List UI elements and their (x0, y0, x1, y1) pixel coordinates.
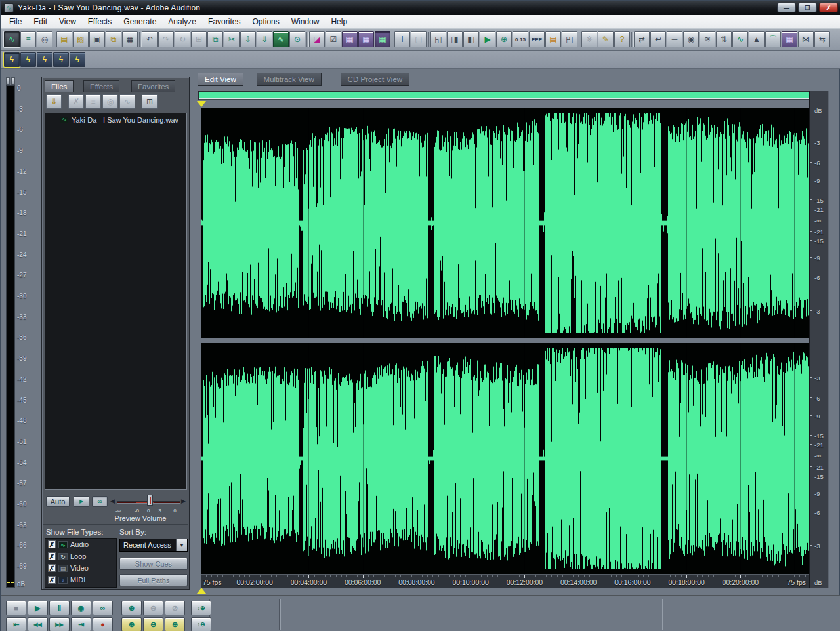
cut-button[interactable]: ✂ (224, 31, 240, 47)
zoom-out-vertical-button[interactable]: ↕⊖ (191, 617, 211, 631)
volume-decrease-arrow[interactable]: ◀ (110, 498, 115, 504)
organizer-window-button[interactable]: ◱ (430, 31, 446, 47)
convert-sample-rate-button[interactable]: ⇄ (634, 31, 650, 47)
preview-loop-button[interactable]: ∞ (92, 496, 108, 507)
record-button[interactable]: ● (93, 617, 113, 631)
menu-window[interactable]: Window (285, 16, 326, 28)
checkbox-audio[interactable]: ✗ (48, 540, 56, 548)
menu-file[interactable]: File (3, 16, 28, 28)
full-paths-button[interactable]: Full Paths (119, 574, 188, 586)
save-as-button[interactable]: ⧉ (106, 31, 121, 47)
cue-details-button[interactable]: ◧ (463, 31, 479, 47)
redo-button[interactable]: ↷ (158, 31, 174, 47)
panel-options-button[interactable]: ⊞ (142, 94, 158, 109)
pause-button[interactable]: Ⅱ (49, 601, 70, 615)
tab-cd-project-view[interactable]: CD Project View (341, 73, 410, 86)
session-info-button[interactable]: ◰ (562, 31, 578, 47)
preview-play-button[interactable]: ▶ (74, 496, 89, 507)
save-selection-button[interactable]: ▦ (122, 31, 138, 47)
level-meter[interactable] (6, 85, 15, 588)
minimize-button[interactable]: — (777, 3, 796, 12)
cd-project-button[interactable]: ◎ (37, 31, 52, 47)
file-info-button[interactable]: ◨ (447, 31, 463, 47)
menu-analyze[interactable]: Analyze (162, 16, 202, 28)
swap-channels-button[interactable]: ⇆ (814, 31, 830, 47)
snapping-button[interactable]: ⊞ (191, 31, 207, 47)
reverb-button[interactable]: ≋ (700, 31, 715, 47)
close-file-button[interactable]: ✗ (68, 94, 84, 109)
stop-button[interactable]: ■ (6, 601, 26, 615)
menu-edit[interactable]: Edit (28, 16, 53, 28)
preview-volume-thumb[interactable] (147, 495, 153, 506)
go-to-start-button[interactable]: ⇤ (6, 617, 26, 631)
cue-list-button[interactable]: EEE (529, 31, 545, 47)
import-file-button[interactable]: ⇓ (46, 94, 62, 109)
help-button[interactable]: ? (614, 31, 630, 47)
favorite-button-3[interactable]: ϟ (37, 52, 52, 67)
menu-view[interactable]: View (53, 16, 82, 28)
zoom-selection-left-button[interactable]: ⊖ (143, 617, 163, 631)
checkbox-loop[interactable]: ✗ (48, 552, 56, 560)
menu-options[interactable]: Options (246, 16, 285, 28)
favorite-button-1[interactable]: ϟ (4, 52, 20, 67)
batch-process-button[interactable]: ☑ (326, 31, 341, 47)
paste-button[interactable]: ⇩ (240, 31, 256, 47)
go-to-end-button[interactable]: ⇥ (71, 617, 91, 631)
playhead-marker-top[interactable] (197, 101, 206, 107)
panel-tab-effects[interactable]: Effects (83, 80, 119, 92)
time-window-button[interactable]: 0:15 (513, 31, 528, 47)
save-file-button[interactable]: ▣ (89, 31, 105, 47)
show-cues-button[interactable]: Show Cues (119, 558, 188, 570)
fast-forward-button[interactable]: ▶▶ (49, 617, 70, 631)
menu-effects[interactable]: Effects (82, 16, 117, 28)
undo-button[interactable]: ↶ (142, 31, 158, 47)
insert-to-multitrack-button[interactable]: ≡ (85, 94, 101, 109)
panel-tab-favorites[interactable]: Favorites (131, 80, 175, 92)
copy-button[interactable]: ⧉ (207, 31, 223, 47)
checkbox-midi[interactable]: ✗ (48, 576, 56, 584)
zoom-to-selection-button[interactable]: ⊕ (121, 617, 142, 631)
convert-sample-type-button[interactable]: ∿ (273, 31, 289, 47)
adjust-selection-button[interactable]: ⊙ (289, 31, 305, 47)
effects-group-button[interactable]: ▦ (358, 31, 374, 47)
time-selection-tool-button[interactable]: Ⅰ (394, 31, 410, 47)
amplify-button[interactable]: ∿ (732, 31, 748, 47)
close-button[interactable]: ✗ (819, 3, 838, 12)
transport-window-button[interactable]: ▶ (480, 31, 495, 47)
panel-tab-files[interactable]: Files (45, 80, 74, 92)
play-to-end-button[interactable]: ◉ (71, 601, 91, 615)
tab-edit-view[interactable]: Edit View (198, 73, 243, 86)
repeat-command-button[interactable]: ↻ (175, 31, 190, 47)
zoom-in-vertical-button[interactable]: ↕⊕ (191, 601, 211, 615)
effects-rack-button[interactable]: ▦ (342, 31, 358, 47)
menu-generate[interactable]: Generate (117, 16, 162, 28)
file-list[interactable]: ∿ Yaki-Da - I Saw You Dancing.wav (45, 113, 186, 489)
fade-button[interactable]: ▲ (749, 31, 765, 47)
favorite-button-5[interactable]: ϟ (70, 52, 85, 67)
restore-button[interactable]: ❐ (798, 3, 817, 12)
multitrack-view-button[interactable]: ≡ (20, 31, 36, 47)
scripts-button[interactable]: ✎ (598, 31, 614, 47)
tab-multitrack-view[interactable]: Multitrack View (257, 73, 322, 86)
amplitude-ruler[interactable]: dBdB-3-6-9-15-21-∞-21-15-9-6-3-3-6-9-15-… (809, 91, 829, 588)
timeline-ruler[interactable]: 75 fps 75 fps 00:02:00:0000:04:00:0000:0… (201, 574, 809, 588)
file-list-item[interactable]: ∿ Yaki-Da - I Saw You Dancing.wav (45, 113, 186, 124)
checkbox-video[interactable]: ✗ (48, 564, 56, 572)
zoom-full-button[interactable]: ⊘ (165, 601, 185, 615)
sort-by-dropdown[interactable]: Recent Access ▼ (119, 539, 188, 552)
effects-enabled-button[interactable]: ▦ (375, 31, 390, 47)
playhead-marker-bottom[interactable] (197, 588, 206, 594)
zoom-selection-right-button[interactable]: ⊕ (165, 617, 185, 631)
menu-favorites[interactable]: Favorites (202, 16, 246, 28)
stretch-button[interactable]: ⇅ (716, 31, 732, 47)
zoom-window-button[interactable]: ⊕ (496, 31, 512, 47)
reverse-button[interactable]: ↩ (650, 31, 666, 47)
marquee-selection-tool-button[interactable]: ▢ (411, 31, 427, 47)
dropdown-arrow-icon[interactable]: ▼ (176, 539, 187, 551)
auto-play-button[interactable]: Auto (46, 496, 70, 507)
silence-button[interactable]: ─ (667, 31, 682, 47)
play-button[interactable]: ▶ (28, 601, 48, 615)
mix-paste-button[interactable]: ◪ (309, 31, 325, 47)
paste-to-new-button[interactable]: ⇓ (257, 31, 272, 47)
waveform-display[interactable] (201, 108, 809, 574)
